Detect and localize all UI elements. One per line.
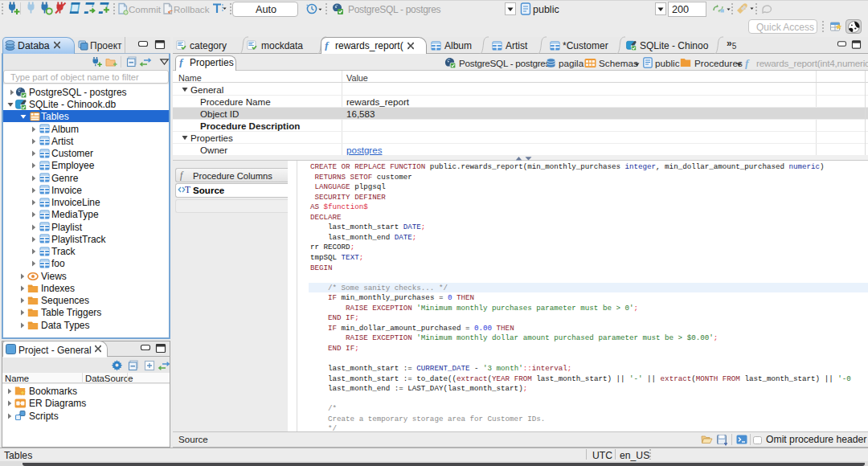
svg-text:f: f: [180, 170, 184, 181]
svg-text:f: f: [745, 57, 750, 69]
svg-text:T: T: [185, 185, 190, 194]
